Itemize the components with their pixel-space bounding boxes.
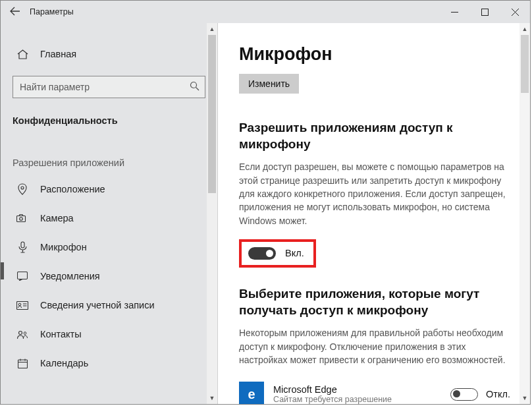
svg-rect-7	[21, 242, 24, 248]
allow-apps-toggle-label: Вкл.	[285, 248, 304, 258]
svg-point-10	[18, 303, 21, 306]
sidebar-item-label: Сведения учетной записи	[40, 300, 155, 310]
toggle-knob	[266, 250, 273, 257]
sidebar-item-label: Расположение	[40, 184, 105, 194]
sidebar-item-notifications[interactable]: Уведомления	[1, 262, 217, 291]
search-placeholder: Найти параметр	[20, 82, 190, 92]
sidebar-nav: Расположение Камера Микрофон	[1, 175, 217, 378]
sidebar-active-indicator	[1, 262, 4, 279]
choose-apps-heading: Выберите приложения, которые могут получ…	[239, 286, 514, 318]
app-toggle[interactable]	[450, 388, 478, 401]
sidebar: Главная Найти параметр Конфиденциальност…	[1, 23, 218, 404]
sidebar-item-label: Камера	[40, 213, 74, 223]
scroll-up-icon[interactable]: ▲	[519, 23, 530, 35]
sidebar-home[interactable]: Главная	[1, 42, 217, 67]
sidebar-home-label: Главная	[40, 49, 76, 59]
sidebar-section-title: Конфиденциальность	[13, 115, 217, 126]
app-row: e Microsoft Edge Сайтам требуется разреш…	[239, 378, 514, 404]
sidebar-item-label: Микрофон	[40, 242, 87, 252]
svg-point-4	[21, 187, 24, 189]
content-scrollbar[interactable]: ▲ ▼	[519, 23, 530, 404]
change-button[interactable]: Изменить	[239, 74, 299, 94]
scrollbar-track[interactable]	[519, 35, 530, 392]
camera-icon	[15, 214, 30, 223]
sidebar-item-account-info[interactable]: Сведения учетной записи	[1, 291, 217, 320]
contacts-icon	[15, 330, 30, 339]
sidebar-item-contacts[interactable]: Контакты	[1, 320, 217, 349]
sidebar-item-camera[interactable]: Камера	[1, 204, 217, 233]
scrollbar-thumb[interactable]	[208, 35, 216, 193]
allow-apps-heading: Разрешить приложениям доступ к микрофону	[239, 120, 514, 152]
sidebar-item-microphone[interactable]: Микрофон	[1, 233, 217, 262]
app-text: Microsoft Edge Сайтам требуется разрешен…	[273, 384, 441, 404]
svg-point-6	[20, 217, 23, 220]
settings-window: Параметры Главная	[0, 0, 531, 405]
svg-point-14	[24, 332, 26, 334]
app-toggle-group: Откл.	[450, 388, 510, 401]
svg-rect-1	[481, 9, 488, 15]
allow-apps-toggle[interactable]	[248, 247, 276, 260]
notifications-icon	[15, 272, 30, 281]
back-button[interactable]	[1, 7, 30, 18]
edge-icon: e	[239, 382, 264, 404]
sidebar-scrollbar[interactable]: ▲ ▼	[207, 23, 217, 404]
scroll-down-icon[interactable]: ▼	[207, 392, 217, 404]
sidebar-item-label: Календарь	[40, 358, 88, 368]
svg-point-13	[19, 331, 22, 334]
highlight-annotation: Вкл.	[239, 239, 316, 268]
allow-apps-description: Если доступ разрешен, вы можете с помощь…	[239, 160, 514, 227]
microphone-icon	[15, 241, 30, 253]
app-subtext: Сайтам требуется разрешение	[273, 395, 441, 404]
window-title: Параметры	[30, 7, 74, 16]
calendar-icon	[15, 359, 30, 368]
account-info-icon	[15, 301, 30, 310]
svg-rect-8	[18, 272, 28, 279]
minimize-button[interactable]	[439, 1, 469, 23]
close-button[interactable]	[500, 1, 530, 23]
search-icon	[190, 81, 200, 93]
svg-rect-5	[17, 216, 26, 221]
content: Микрофон Изменить Разрешить приложениям …	[218, 23, 530, 404]
sidebar-item-label: Уведомления	[40, 271, 100, 281]
home-icon	[15, 49, 30, 59]
app-toggle-label: Откл.	[486, 389, 510, 399]
toggle-knob	[453, 390, 460, 397]
app-list: e Microsoft Edge Сайтам требуется разреш…	[239, 378, 514, 404]
maximize-button[interactable]	[469, 1, 500, 23]
sidebar-group-title: Разрешения приложений	[13, 158, 217, 168]
search-input[interactable]: Найти параметр	[13, 76, 205, 98]
location-icon	[15, 183, 30, 195]
page-title: Микрофон	[239, 44, 514, 65]
svg-point-2	[191, 82, 197, 88]
titlebar: Параметры	[1, 1, 530, 23]
app-name: Microsoft Edge	[273, 384, 441, 395]
scrollbar-thumb[interactable]	[521, 35, 529, 93]
body: Главная Найти параметр Конфиденциальност…	[1, 23, 530, 404]
svg-rect-15	[18, 360, 27, 368]
scroll-down-icon[interactable]: ▼	[519, 392, 530, 404]
window-controls	[439, 1, 530, 23]
sidebar-item-location[interactable]: Расположение	[1, 175, 217, 204]
scrollbar-track[interactable]	[207, 35, 217, 392]
svg-line-3	[196, 88, 200, 91]
sidebar-item-calendar[interactable]: Календарь	[1, 349, 217, 378]
sidebar-item-label: Контакты	[40, 329, 82, 339]
scroll-up-icon[interactable]: ▲	[207, 23, 217, 35]
choose-apps-description: Некоторым приложениям для правильной раб…	[239, 326, 514, 366]
